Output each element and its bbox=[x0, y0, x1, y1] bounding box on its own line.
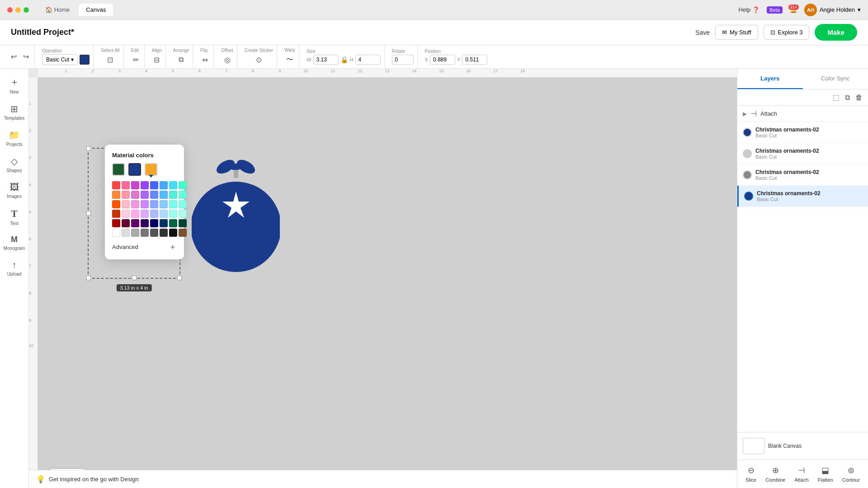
color-cell[interactable] bbox=[150, 181, 158, 189]
sidebar-item-text[interactable]: T Text bbox=[2, 204, 27, 230]
color-cell[interactable] bbox=[122, 181, 130, 189]
add-color-button[interactable]: ＋ bbox=[169, 241, 177, 252]
mystuff-button[interactable]: ✉ My Stuff bbox=[715, 25, 758, 40]
sidebar-item-upload[interactable]: ↑ Upload bbox=[2, 256, 27, 280]
color-cell[interactable] bbox=[112, 229, 120, 237]
color-cell[interactable] bbox=[112, 219, 120, 227]
lock-icon[interactable]: 🔒 bbox=[340, 56, 348, 63]
tab-layers[interactable]: Layers bbox=[737, 69, 803, 89]
color-cell[interactable] bbox=[169, 200, 177, 208]
sidebar-item-projects[interactable]: 📁 Projects bbox=[2, 126, 27, 150]
user-info[interactable]: AH Angie Holden ▾ bbox=[804, 4, 861, 16]
color-cell[interactable] bbox=[160, 210, 168, 218]
color-cell[interactable] bbox=[131, 210, 139, 218]
color-cell[interactable] bbox=[141, 229, 149, 237]
save-button[interactable]: Save bbox=[695, 29, 710, 36]
selected-color-2[interactable] bbox=[128, 163, 141, 176]
color-cell[interactable] bbox=[150, 200, 158, 208]
color-cell[interactable] bbox=[131, 191, 139, 199]
operation-dropdown[interactable]: Basic Cut ▾ bbox=[42, 54, 78, 65]
make-button[interactable]: Make bbox=[815, 24, 857, 41]
canvas-tab[interactable]: Canvas bbox=[79, 4, 113, 16]
help-button[interactable]: Help ❓ bbox=[739, 6, 760, 13]
color-cell[interactable] bbox=[122, 219, 130, 227]
offset-button[interactable]: ◎ bbox=[221, 54, 233, 66]
layer-item[interactable]: Christmas ornaments-02 Basic Cut bbox=[737, 164, 868, 186]
color-cell[interactable] bbox=[179, 191, 187, 199]
sidebar-item-images[interactable]: 🖼 Images bbox=[2, 178, 27, 202]
color-cell[interactable] bbox=[160, 200, 168, 208]
color-cell[interactable] bbox=[169, 181, 177, 189]
home-tab[interactable]: 🏠 Home bbox=[38, 4, 77, 16]
color-cell[interactable] bbox=[169, 229, 177, 237]
selected-color-3[interactable] bbox=[145, 163, 157, 176]
width-input[interactable]: 3.13 bbox=[313, 55, 339, 65]
explore-button[interactable]: ⊡ Explore 3 bbox=[764, 25, 810, 40]
layer-delete-button[interactable]: 🗑 bbox=[855, 94, 863, 102]
color-cell[interactable] bbox=[150, 219, 158, 227]
color-cell[interactable] bbox=[179, 219, 187, 227]
attach-header[interactable]: ▶ ⊣ Attach bbox=[743, 109, 863, 118]
color-cell[interactable] bbox=[169, 219, 177, 227]
flip-button[interactable]: ⇔ bbox=[200, 54, 210, 66]
color-cell[interactable] bbox=[160, 181, 168, 189]
minimize-button[interactable] bbox=[15, 7, 21, 13]
warp-button[interactable]: 〜 bbox=[284, 53, 295, 66]
align-button[interactable]: ⊟ bbox=[152, 54, 162, 66]
layer-back-button[interactable]: ⬚ bbox=[833, 93, 840, 102]
create-sticker-button[interactable]: ⊙ bbox=[245, 54, 273, 66]
notification-button[interactable]: 🔔 91+ bbox=[790, 6, 797, 13]
color-cell[interactable] bbox=[112, 181, 120, 189]
color-cell[interactable] bbox=[122, 210, 130, 218]
ornament-object[interactable] bbox=[192, 151, 280, 275]
color-cell[interactable] bbox=[112, 191, 120, 199]
color-cell[interactable] bbox=[141, 200, 149, 208]
color-cell[interactable] bbox=[179, 181, 187, 189]
sidebar-item-templates[interactable]: ⊞ Templates bbox=[2, 100, 27, 124]
color-cell[interactable] bbox=[122, 200, 130, 208]
color-cell[interactable] bbox=[150, 210, 158, 218]
layer-item[interactable]: Christmas ornaments-02 Basic Cut bbox=[737, 143, 868, 164]
selected-color-1[interactable] bbox=[112, 163, 125, 176]
layer-copy-button[interactable]: ⧉ bbox=[845, 94, 850, 102]
layer-item[interactable]: Christmas ornaments-02 Basic Cut bbox=[737, 122, 868, 143]
rotate-input[interactable] bbox=[392, 55, 414, 65]
contour-button[interactable]: ⊚ Contour bbox=[842, 465, 860, 483]
color-cell[interactable] bbox=[179, 200, 187, 208]
color-cell[interactable] bbox=[160, 229, 168, 237]
combine-button[interactable]: ⊕ Combine bbox=[765, 465, 785, 483]
color-swatch[interactable] bbox=[80, 55, 90, 65]
color-cell[interactable] bbox=[131, 200, 139, 208]
x-input[interactable] bbox=[430, 55, 455, 65]
tab-colorsync[interactable]: Color Sync bbox=[803, 69, 868, 89]
color-cell[interactable] bbox=[150, 229, 158, 237]
y-input[interactable] bbox=[462, 55, 487, 65]
color-cell[interactable] bbox=[112, 210, 120, 218]
undo-button[interactable]: ↩ bbox=[9, 51, 19, 63]
close-button[interactable] bbox=[7, 7, 13, 13]
maximize-button[interactable] bbox=[24, 7, 29, 13]
color-cell[interactable] bbox=[169, 191, 177, 199]
color-cell[interactable] bbox=[150, 191, 158, 199]
canvas-content[interactable]: ★ ★ ★ ★ 3.13 in x 4 in bbox=[38, 78, 737, 488]
color-cell[interactable] bbox=[141, 191, 149, 199]
sidebar-item-shapes[interactable]: ◇ Shapes bbox=[2, 152, 27, 177]
color-cell[interactable] bbox=[179, 229, 187, 237]
sidebar-item-monogram[interactable]: M Monogram bbox=[2, 231, 27, 254]
inspire-banner[interactable]: 💡 Get inspired on the go with Design bbox=[29, 470, 737, 488]
sidebar-item-new[interactable]: ＋ New bbox=[2, 72, 27, 98]
select-all-button[interactable]: ⊡ bbox=[101, 54, 119, 66]
color-cell[interactable] bbox=[112, 200, 120, 208]
flatten-button[interactable]: ⬓ Flatten bbox=[818, 465, 833, 483]
color-cell[interactable] bbox=[141, 219, 149, 227]
color-cell[interactable] bbox=[179, 210, 187, 218]
slice-button[interactable]: ⊖ Slice bbox=[745, 465, 756, 483]
color-cell[interactable] bbox=[131, 181, 139, 189]
color-cell[interactable] bbox=[141, 210, 149, 218]
color-cell[interactable] bbox=[122, 229, 130, 237]
color-cell[interactable] bbox=[160, 191, 168, 199]
redo-button[interactable]: ↪ bbox=[21, 51, 31, 63]
attach-button[interactable]: ⊣ Attach bbox=[794, 465, 808, 483]
color-cell[interactable] bbox=[169, 210, 177, 218]
color-cell[interactable] bbox=[141, 181, 149, 189]
